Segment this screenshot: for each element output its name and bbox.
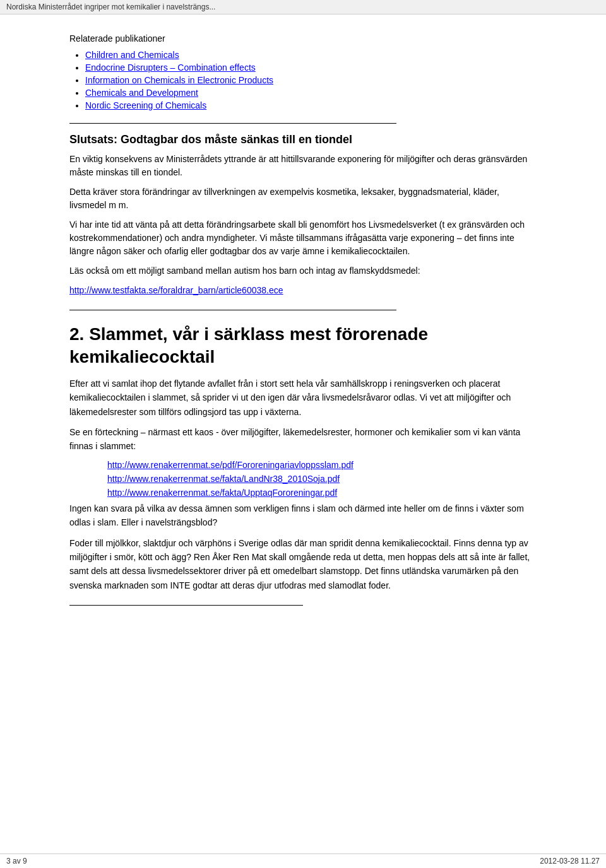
related-link[interactable]: Endocrine Disrupters – Combination effec… [85, 62, 256, 73]
section2-link[interactable]: http://www.renakerrenmat.se/fakta/LandNr… [107, 474, 537, 484]
list-item: Chemicals and Development [85, 88, 537, 98]
section2-link[interactable]: http://www.renakerrenmat.se/pdf/Fororeni… [107, 460, 537, 470]
section2-paragraph2: Foder till mjölkkor, slaktdjur och värph… [69, 536, 537, 593]
list-item: Endocrine Disrupters – Combination effec… [85, 62, 537, 73]
divider-1 [69, 123, 396, 124]
related-publications-heading: Relaterade publikationer [69, 33, 537, 44]
autism-link-para: http://www.testfakta.se/foraldrar_barn/a… [69, 284, 537, 297]
section2-paragraph: Se en förteckning – närmast ett kaos - ö… [69, 425, 537, 454]
related-link[interactable]: Chemicals and Development [85, 88, 198, 98]
section2-paragraph2: Ingen kan svara på vilka av dessa ämnen … [69, 501, 537, 530]
section2-paragraph: Efter att vi samlat ihop det flytande av… [69, 377, 537, 419]
related-publications-list: Children and ChemicalsEndocrine Disrupte… [69, 50, 537, 110]
slutsats-paragraph: Vi har inte tid att vänta på att detta f… [69, 218, 537, 258]
related-link[interactable]: Information on Chemicals in Electronic P… [85, 75, 273, 85]
browser-bar: Nordiska Ministerrådet ingriper mot kemi… [0, 0, 606, 15]
slutsats-paragraph: Läs också om ett möjligt samband mellan … [69, 264, 537, 278]
list-item: Nordic Screening of Chemicals [85, 100, 537, 110]
section2-link[interactable]: http://www.renakerrenmat.se/fakta/Upptaq… [107, 488, 537, 498]
related-publications-section: Relaterade publikationer Children and Ch… [69, 33, 537, 110]
autism-link[interactable]: http://www.testfakta.se/foraldrar_barn/a… [69, 285, 283, 295]
divider-2 [69, 310, 396, 310]
main-content: Relaterade publikationer Children and Ch… [32, 15, 574, 656]
footer-datetime: 2012-03-28 11.27 [540, 857, 600, 865]
slutsats-heading: Slutsats: Godtagbar dos måste sänkas til… [69, 133, 537, 146]
list-item: Children and Chemicals [85, 50, 537, 60]
related-link[interactable]: Children and Chemicals [85, 50, 179, 60]
section-2: 2. Slammet, vår i särklass mest förorena… [69, 323, 537, 592]
slutsats-paragraph: Detta kräver stora förändringar av tillv… [69, 185, 537, 212]
section-2-heading: 2. Slammet, vår i särklass mest förorena… [69, 323, 537, 369]
footer: 3 av 9 2012-03-28 11.27 [0, 853, 606, 868]
related-link[interactable]: Nordic Screening of Chemicals [85, 100, 206, 110]
footer-page: 3 av 9 [6, 857, 27, 865]
list-item: Information on Chemicals in Electronic P… [85, 75, 537, 85]
divider-bottom [69, 605, 303, 606]
browser-title: Nordiska Ministerrådet ingriper mot kemi… [6, 3, 215, 11]
slutsats-paragraph: En viktig konsekvens av Ministerrådets y… [69, 153, 537, 179]
slutsats-section: Slutsats: Godtagbar dos måste sänkas til… [69, 133, 537, 297]
